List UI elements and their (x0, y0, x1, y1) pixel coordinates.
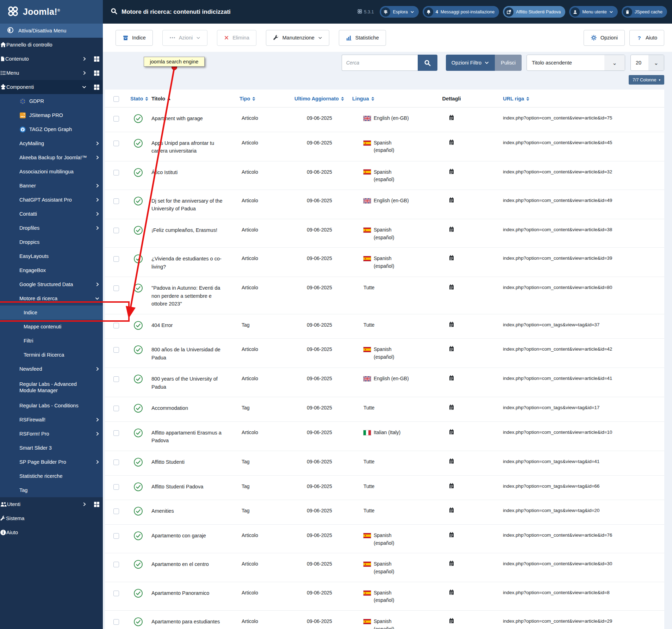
row-checkbox[interactable] (113, 508, 119, 514)
published-status-icon[interactable] (133, 283, 143, 293)
published-status-icon[interactable] (133, 428, 143, 438)
sidebar-item-tag[interactable]: Tag (0, 483, 103, 497)
details-icon[interactable] (449, 560, 454, 566)
row-checkbox[interactable] (113, 285, 119, 291)
details-icon[interactable] (449, 589, 454, 595)
details-icon[interactable] (449, 507, 454, 513)
pill-messages[interactable]: 4Messaggi post-installazione (423, 6, 499, 18)
details-icon[interactable] (449, 284, 454, 290)
row-checkbox[interactable] (113, 198, 119, 204)
details-icon[interactable] (449, 346, 454, 352)
details-icon[interactable] (449, 429, 454, 435)
sidebar-item-jsitemap-pro[interactable]: JSitemap PRO (0, 108, 103, 122)
sidebar-item-componenti[interactable]: Componenti (0, 80, 103, 94)
details-icon[interactable] (449, 404, 454, 410)
sidebar-item-statistiche-ricerche[interactable]: Statistiche ricerche (0, 469, 103, 483)
row-checkbox[interactable] (113, 460, 119, 465)
pill-jspeed[interactable]: JSpeed cache (622, 6, 667, 18)
published-status-icon[interactable] (133, 254, 143, 264)
published-status-icon[interactable] (133, 168, 143, 177)
published-status-icon[interactable] (133, 588, 143, 598)
sidebar-item-utenti[interactable]: Utenti (0, 497, 103, 511)
published-status-icon[interactable] (133, 226, 143, 235)
published-status-icon[interactable] (133, 457, 143, 467)
sort-select[interactable]: Titolo ascendente ⌄ (527, 55, 625, 71)
sidebar-item-filtri[interactable]: Filtri (0, 334, 103, 348)
row-checkbox[interactable] (113, 323, 119, 328)
details-icon[interactable] (449, 255, 454, 261)
row-checkbox[interactable] (113, 170, 119, 175)
statistiche-button[interactable]: Statistiche (339, 30, 386, 46)
sidebar-item-acymailing[interactable]: AcyMailing (0, 136, 103, 150)
sidebar-item-engagebox[interactable]: EngageBox (0, 263, 103, 277)
row-checkbox[interactable] (113, 430, 119, 436)
sort-by-ultimo-aggiornato[interactable]: Ultimo Aggiornato (294, 96, 344, 101)
published-status-icon[interactable] (133, 196, 143, 206)
sidebar-item-smart-slider-3[interactable]: Smart Slider 3 (0, 441, 103, 455)
sort-by-titolo[interactable]: Titolo (151, 96, 171, 101)
sidebar-item-regular-labs-advanced-module-manager[interactable]: Regular Labs - Advanced Module Manager (0, 376, 103, 399)
row-checkbox[interactable] (113, 376, 119, 382)
details-icon[interactable] (449, 375, 454, 381)
published-status-icon[interactable] (133, 403, 143, 413)
published-status-icon[interactable] (133, 531, 143, 541)
details-icon[interactable] (449, 458, 454, 464)
published-status-icon[interactable] (133, 138, 143, 148)
row-checkbox[interactable] (113, 141, 119, 146)
published-status-icon[interactable] (133, 482, 143, 492)
sidebar-item-contenuto[interactable]: Contenuto (0, 52, 103, 66)
aiuto-button[interactable]: ?Aiuto (629, 30, 664, 46)
sidebar-item-rsform-pro[interactable]: RSForm! Pro (0, 427, 103, 441)
indice-button[interactable]: Indice (116, 30, 153, 46)
opzioni-button[interactable]: Opzioni (584, 30, 625, 46)
row-checkbox[interactable] (113, 484, 119, 490)
pill-esplora[interactable]: Esplora (380, 6, 418, 18)
published-status-icon[interactable] (133, 506, 143, 516)
details-icon[interactable] (449, 115, 454, 121)
details-icon[interactable] (449, 226, 454, 232)
filter-options-button[interactable]: Opzioni Filtro (446, 55, 495, 71)
grid-icon[interactable] (94, 84, 100, 90)
sidebar-item-google-structured-data[interactable]: Google Structured Data (0, 277, 103, 291)
details-icon[interactable] (449, 321, 454, 327)
sidebar-item-gdpr[interactable]: GDPR (0, 94, 103, 108)
row-checkbox[interactable] (113, 256, 119, 262)
sidebar-item-sp-page-builder-pro[interactable]: SP Page Builder Pro (0, 455, 103, 469)
sidebar-item-pannello-di-controllo[interactable]: Pannello di controllo (0, 38, 103, 52)
details-icon[interactable] (449, 618, 454, 624)
sidebar-item-droppics[interactable]: Droppics (0, 235, 103, 249)
published-status-icon[interactable] (133, 617, 143, 627)
row-checkbox[interactable] (113, 116, 119, 122)
sort-by-tipo[interactable]: Tipo (239, 96, 256, 101)
sidebar-toggle[interactable]: Attiva/Disattiva Menu (0, 24, 103, 38)
sidebar-item-sistema[interactable]: Sistema (0, 511, 103, 525)
sidebar-item-newsfeed[interactable]: Newsfeed (0, 362, 103, 376)
details-icon[interactable] (449, 139, 454, 145)
row-checkbox[interactable] (113, 406, 119, 411)
sidebar-item-menu[interactable]: Menu (0, 66, 103, 80)
sidebar-item-tagz-open-graph[interactable]: TAGZ Open Graph (0, 122, 103, 136)
manutenzione-button[interactable]: Manutenzione (266, 30, 329, 46)
pill-preview[interactable]: Affitto Studenti Padova (503, 6, 565, 18)
clear-button[interactable]: Pulisci (495, 55, 522, 71)
details-icon[interactable] (449, 168, 454, 174)
sidebar-item-associazioni-multilingua[interactable]: Associazioni multilingua (0, 165, 103, 179)
grid-icon[interactable] (94, 56, 100, 62)
row-checkbox[interactable] (113, 591, 119, 596)
details-icon[interactable] (449, 197, 454, 203)
row-checkbox[interactable] (113, 533, 119, 539)
row-checkbox[interactable] (113, 228, 119, 233)
sidebar-item-regular-labs-conditions[interactable]: Regular Labs - Conditions (0, 399, 103, 413)
sidebar-item-termini-di-ricerca[interactable]: Termini di Ricerca (0, 348, 103, 362)
row-checkbox[interactable] (113, 347, 119, 353)
sidebar-item-mappe-contenuti[interactable]: Mappe contenuti (0, 320, 103, 334)
sidebar-item-aiuto[interactable]: Aiuto (0, 525, 103, 539)
azioni-button[interactable]: Azioni (162, 30, 208, 46)
row-checkbox[interactable] (113, 562, 119, 567)
sort-by-url-riga[interactable]: URL riga (503, 96, 530, 101)
sidebar-item-dropfiles[interactable]: Dropfiles (0, 221, 103, 235)
sidebar-item-banner[interactable]: Banner (0, 179, 103, 193)
details-icon[interactable] (449, 483, 454, 489)
elimina-button[interactable]: Elimina (217, 30, 256, 46)
published-status-icon[interactable] (133, 321, 143, 330)
